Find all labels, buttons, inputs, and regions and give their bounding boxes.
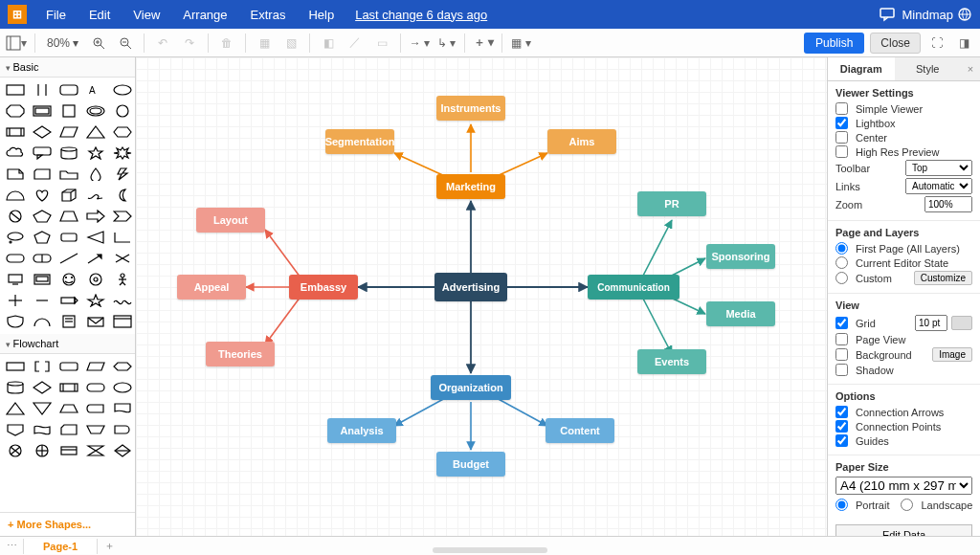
shape-donut[interactable]	[84, 271, 107, 288]
fc-round[interactable]	[57, 358, 80, 375]
fc-doc[interactable]	[111, 400, 134, 417]
shape-star[interactable]	[84, 144, 107, 162]
shape-hexagon[interactable]	[111, 123, 134, 141]
fc-manual[interactable]	[84, 421, 107, 438]
node-pr[interactable]: PR	[637, 191, 706, 216]
shape-text[interactable]: A	[84, 81, 107, 99]
shape-folder[interactable]	[57, 166, 80, 183]
shape-bolt[interactable]	[111, 166, 134, 183]
shape-arrow-ne[interactable]	[84, 250, 107, 267]
fill-color-icon[interactable]: ◧	[318, 33, 339, 54]
menu-view[interactable]: View	[122, 8, 171, 22]
node-segmentation[interactable]: Segmentation	[325, 129, 394, 154]
node-marketing[interactable]: Marketing	[436, 174, 505, 199]
shape-shield[interactable]	[4, 313, 27, 330]
shape-section-basic[interactable]: Basic	[0, 57, 135, 78]
shape-cross2[interactable]	[111, 250, 134, 267]
high-res-checkbox[interactable]	[835, 145, 848, 158]
shape-arrow-right[interactable]	[84, 208, 107, 225]
shape-envelope[interactable]	[84, 313, 107, 330]
fc-sum[interactable]	[4, 442, 27, 459]
fc-diamond[interactable]	[31, 379, 54, 396]
fc-hex[interactable]	[111, 358, 134, 375]
shape-chevron[interactable]	[111, 208, 134, 225]
node-analysis[interactable]: Analysis	[327, 418, 396, 443]
shape-pill[interactable]	[31, 250, 54, 267]
redo-icon[interactable]: ↷	[179, 33, 200, 54]
undo-icon[interactable]: ↶	[152, 33, 173, 54]
guides-checkbox[interactable]	[835, 434, 848, 447]
comment-icon[interactable]	[880, 7, 895, 22]
fc-tape[interactable]	[31, 421, 54, 438]
shape-wave[interactable]	[111, 292, 134, 309]
node-embassy[interactable]: Embassy	[289, 275, 358, 300]
shape-corner[interactable]	[111, 229, 134, 246]
node-content[interactable]: Content	[546, 418, 614, 443]
shape-arc[interactable]	[31, 313, 54, 330]
edit-data-button[interactable]: Edit Data	[835, 524, 972, 536]
fc-ell[interactable]	[111, 379, 134, 396]
shape-parallelogram[interactable]	[57, 123, 80, 141]
shape-drop[interactable]	[84, 166, 107, 183]
tab-diagram[interactable]: Diagram	[828, 57, 895, 80]
shape-cylinder[interactable]	[57, 144, 80, 162]
page-view-checkbox[interactable]	[835, 333, 848, 345]
zoom-in-icon[interactable]	[88, 33, 109, 54]
shape-star5[interactable]	[84, 292, 107, 309]
shape-burst[interactable]	[111, 144, 134, 162]
lightbox-checkbox[interactable]	[835, 117, 848, 129]
image-button[interactable]: Image	[932, 347, 972, 362]
node-theories[interactable]: Theories	[206, 342, 275, 366]
node-advertising[interactable]: Advertising	[434, 273, 507, 301]
shape-double-rect[interactable]	[31, 102, 54, 120]
node-layout[interactable]: Layout	[196, 208, 265, 233]
pl-first-radio[interactable]	[835, 242, 848, 255]
shape-cube[interactable]	[57, 187, 80, 204]
waypoint-icon[interactable]: ↳ ▾	[435, 33, 457, 54]
fc-store[interactable]	[84, 400, 107, 417]
zoom-input[interactable]	[924, 196, 972, 212]
conn-arrows-checkbox[interactable]	[835, 406, 848, 418]
fc-rect[interactable]	[4, 358, 27, 375]
shape-octagon[interactable]	[4, 102, 27, 120]
node-communication[interactable]: Communication	[588, 275, 679, 300]
grid-size-input[interactable]	[915, 315, 947, 331]
shape-section-flowchart[interactable]: Flowchart	[0, 334, 135, 354]
shape-screen[interactable]	[31, 271, 54, 288]
fc-sort[interactable]	[111, 442, 134, 459]
node-instruments[interactable]: Instruments	[436, 96, 505, 121]
background-checkbox[interactable]	[835, 348, 848, 361]
portrait-radio[interactable]	[835, 499, 848, 511]
shape-moon[interactable]	[111, 187, 134, 204]
shape-rbox[interactable]	[57, 229, 80, 246]
node-sponsoring[interactable]: Sponsoring	[706, 244, 775, 269]
shape-capsule[interactable]	[4, 250, 27, 267]
close-format-panel-icon[interactable]: ×	[961, 57, 980, 80]
close-button[interactable]: Close	[870, 33, 921, 54]
to-front-icon[interactable]: ▦	[254, 33, 275, 54]
shape-forbidden[interactable]	[4, 208, 27, 225]
menu-file[interactable]: File	[34, 8, 78, 22]
shape-pentagon2[interactable]	[31, 229, 54, 246]
center-checkbox[interactable]	[835, 131, 848, 144]
menu-edit[interactable]: Edit	[78, 8, 122, 22]
pl-custom-radio[interactable]	[835, 272, 848, 284]
node-budget[interactable]: Budget	[436, 452, 505, 477]
pl-current-radio[interactable]	[835, 256, 848, 269]
h-scrollbar[interactable]	[433, 547, 547, 553]
shape-heart[interactable]	[31, 187, 54, 204]
fc-bracket[interactable]	[31, 358, 54, 375]
fc-term[interactable]	[84, 379, 107, 396]
shape-ellipse[interactable]	[111, 81, 134, 99]
fc-tri[interactable]	[4, 400, 27, 417]
conn-points-checkbox[interactable]	[835, 420, 848, 433]
menu-arrange[interactable]: Arrange	[171, 8, 238, 22]
tab-style[interactable]: Style	[895, 57, 962, 80]
shape-pentagon[interactable]	[31, 208, 54, 225]
shape-display[interactable]	[4, 271, 27, 288]
fc-offpage[interactable]	[4, 421, 27, 438]
view-mode-button[interactable]: ▾	[6, 33, 27, 54]
shape-rect[interactable]	[4, 81, 27, 99]
landscape-radio[interactable]	[901, 499, 913, 511]
fullscreen-icon[interactable]: ⛶	[926, 33, 947, 54]
